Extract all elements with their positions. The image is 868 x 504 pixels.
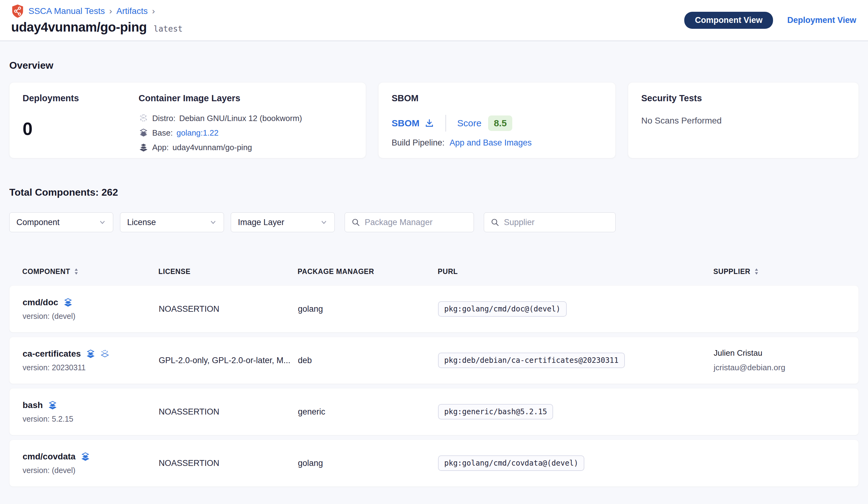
component-filter-label: Component bbox=[17, 218, 60, 227]
app-layer-icon bbox=[138, 142, 148, 152]
security-tests-status: No Scans Performed bbox=[641, 116, 845, 126]
app-layer-row: App: uday4vunnam/go-ping bbox=[138, 142, 353, 152]
column-header-package-manager: PACKAGE MANAGER bbox=[298, 268, 438, 276]
ssca-shield-logo-icon bbox=[11, 4, 24, 18]
chevron-down-icon bbox=[320, 219, 328, 226]
component-version: version: 5.2.15 bbox=[23, 414, 159, 424]
build-pipeline-link[interactable]: App and Base Images bbox=[450, 138, 532, 148]
component-table-row: bash version: 5.2.15 NOASSERTION generic… bbox=[9, 388, 859, 435]
component-view-button[interactable]: Component View bbox=[684, 12, 773, 29]
distro-layer-blue-icon bbox=[100, 349, 110, 359]
supplier-search bbox=[484, 212, 616, 232]
sbom-score-label: Score bbox=[457, 118, 481, 129]
deployments-count: 0 bbox=[23, 118, 138, 139]
app-label: App: bbox=[152, 143, 169, 152]
total-components-heading: Total Components: 262 bbox=[9, 187, 859, 198]
image-layer-filter-select[interactable]: Image Layer bbox=[231, 212, 335, 232]
search-icon bbox=[351, 218, 360, 227]
component-layer-icons bbox=[48, 400, 58, 410]
sbom-score-badge: 8.5 bbox=[488, 115, 512, 131]
app-layer-icon bbox=[63, 298, 73, 308]
base-layer-icon bbox=[138, 128, 148, 138]
components-table-header: COMPONENT LICENSE PACKAGE MANAGER PURL S… bbox=[9, 264, 859, 279]
component-table-row: cmd/covdata version: (devel) NOASSERTION… bbox=[9, 440, 859, 487]
breadcrumb-link-project[interactable]: SSCA Manual Tests bbox=[29, 6, 105, 16]
page-header: SSCA Manual Tests › Artifacts › uday4vun… bbox=[0, 0, 868, 41]
component-name: cmd/doc bbox=[23, 298, 58, 308]
license-filter-select[interactable]: License bbox=[120, 212, 224, 232]
purl-chip: pkg:generic/bash@5.2.15 bbox=[438, 404, 553, 420]
component-layer-icons bbox=[63, 298, 73, 308]
filter-bar: Component License Image Layer bbox=[9, 212, 859, 232]
distro-layer-icon bbox=[138, 113, 148, 123]
component-table-row: ca-certificates version: 20230311 GPL-2.… bbox=[9, 337, 859, 384]
column-header-purl: PURL bbox=[438, 268, 713, 276]
sbom-download-label: SBOM bbox=[392, 118, 420, 129]
total-components-count: 262 bbox=[102, 187, 118, 198]
app-layer-icon bbox=[48, 400, 58, 410]
package-manager-search-input[interactable] bbox=[365, 218, 467, 227]
column-header-supplier: SUPPLIER bbox=[713, 268, 846, 276]
supplier-name: Julien Cristau bbox=[714, 348, 845, 358]
package-manager-cell: generic bbox=[298, 407, 438, 417]
breadcrumb-separator: › bbox=[109, 6, 112, 16]
component-name: bash bbox=[23, 400, 43, 410]
component-layer-icons bbox=[86, 349, 110, 359]
package-manager-search bbox=[344, 212, 474, 232]
chevron-down-icon bbox=[209, 219, 217, 226]
sbom-heading: SBOM bbox=[392, 93, 602, 103]
security-tests-card: Security Tests No Scans Performed bbox=[628, 82, 859, 158]
app-layer-icon bbox=[80, 452, 90, 462]
component-version: version: 20230311 bbox=[23, 363, 159, 372]
sbom-download-link[interactable]: SBOM bbox=[392, 118, 434, 129]
package-manager-cell: deb bbox=[298, 356, 438, 365]
component-name: ca-certificates bbox=[23, 349, 81, 359]
components-table-body: cmd/doc version: (devel) NOASSERTION gol… bbox=[9, 285, 859, 487]
license-cell: NOASSERTION bbox=[159, 407, 298, 417]
package-manager-cell: golang bbox=[298, 304, 438, 314]
sort-component-button[interactable] bbox=[74, 268, 79, 275]
deployment-view-link[interactable]: Deployment View bbox=[787, 16, 856, 25]
base-label: Base: bbox=[152, 128, 173, 138]
image-layer-filter-label: Image Layer bbox=[238, 218, 284, 227]
view-toggle: Component View Deployment View bbox=[684, 12, 856, 29]
purl-chip: pkg:golang/cmd/covdata@(devel) bbox=[438, 455, 584, 471]
package-manager-cell: golang bbox=[298, 458, 438, 468]
page-title: uday4vunnam/go-ping bbox=[11, 20, 147, 35]
build-pipeline-label: Build Pipeline: bbox=[392, 138, 445, 148]
artifact-tag-latest: latest bbox=[154, 24, 183, 33]
distro-value: Debian GNU/Linux 12 (bookworm) bbox=[179, 114, 302, 123]
breadcrumb-separator: › bbox=[152, 6, 155, 16]
license-cell: NOASSERTION bbox=[159, 304, 298, 314]
component-version: version: (devel) bbox=[23, 466, 159, 475]
app-value: uday4vunnam/go-ping bbox=[173, 143, 252, 152]
purl-chip: pkg:deb/debian/ca-certificates@20230311 bbox=[438, 353, 625, 368]
security-tests-heading: Security Tests bbox=[641, 93, 845, 103]
license-cell: NOASSERTION bbox=[159, 458, 298, 468]
supplier-email: jcristau@debian.org bbox=[714, 363, 845, 372]
deployments-layers-card: Deployments 0 Container Image Layers Dis… bbox=[9, 82, 366, 158]
component-layer-icons bbox=[80, 452, 90, 462]
sort-supplier-button[interactable] bbox=[754, 268, 759, 275]
base-layer-row: Base: golang:1.22 bbox=[138, 128, 353, 138]
distro-layer-row: Distro: Debian GNU/Linux 12 (bookworm) bbox=[138, 113, 353, 123]
app-layer-icon bbox=[86, 349, 96, 359]
distro-label: Distro: bbox=[152, 114, 175, 123]
column-header-component: COMPONENT bbox=[22, 268, 158, 276]
download-icon[interactable] bbox=[424, 118, 434, 128]
component-table-row: cmd/doc version: (devel) NOASSERTION gol… bbox=[9, 285, 859, 332]
component-filter-select[interactable]: Component bbox=[9, 212, 113, 232]
component-version: version: (devel) bbox=[23, 312, 159, 321]
license-cell: GPL-2.0-only, GPL-2.0-or-later, M... bbox=[159, 356, 298, 365]
overview-heading: Overview bbox=[9, 60, 859, 71]
purl-chip: pkg:golang/cmd/doc@(devel) bbox=[438, 301, 567, 317]
column-header-license: LICENSE bbox=[158, 268, 298, 276]
supplier-search-input[interactable] bbox=[504, 218, 609, 227]
sbom-card: SBOM SBOM Score 8.5 Build Pipeline: App … bbox=[378, 82, 616, 158]
deployments-label: Deployments bbox=[23, 93, 138, 103]
base-image-link[interactable]: golang:1.22 bbox=[177, 128, 219, 138]
vertical-divider bbox=[445, 115, 446, 132]
chevron-down-icon bbox=[99, 219, 106, 226]
breadcrumb-link-artifacts[interactable]: Artifacts bbox=[116, 6, 147, 16]
component-name: cmd/covdata bbox=[23, 452, 75, 462]
